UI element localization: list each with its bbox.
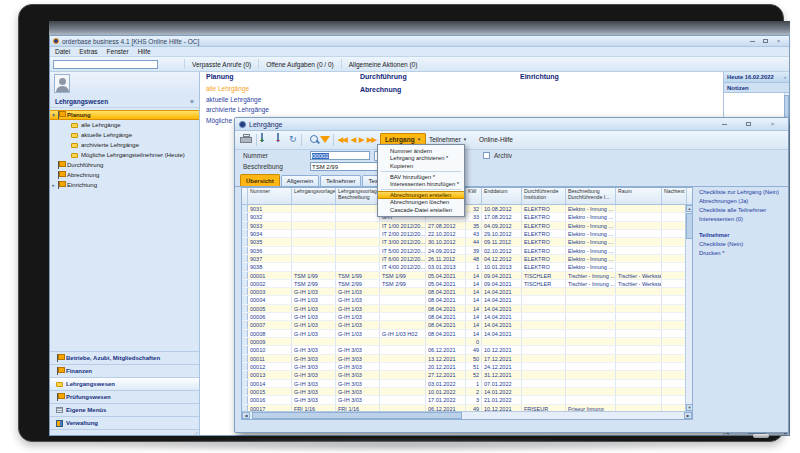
table-cell[interactable] [566,330,616,337]
table-cell[interactable]: 14 [466,313,482,320]
table-cell[interactable]: 07.01.2022 [482,380,522,387]
table-cell[interactable]: 26.11.2012 [426,255,466,262]
table-cell[interactable]: TSM 1/99 [380,272,426,279]
table-cell[interactable] [522,330,566,337]
table-cell[interactable] [522,288,566,295]
table-cell[interactable] [662,272,685,279]
section-title[interactable]: Durchführung [360,73,407,85]
table-cell[interactable]: 48 [466,255,482,262]
table-cell[interactable]: 49 [466,346,482,353]
table-row[interactable]: 00006G-IH 1/03G-IH 1/0308.04.20211414.04… [242,313,685,321]
table-row[interactable]: 00012G-IH 3/03G-IH 3/0320.12.20215124.12… [242,363,685,371]
table-cell[interactable]: ELEKTRO [522,222,566,229]
today-header[interactable]: Heute 16.02.2022 › [724,72,789,83]
table-cell[interactable] [662,396,685,403]
next-record-icon[interactable]: ▶ [359,136,363,144]
table-cell[interactable]: Tischler - Werkstatt [616,280,662,287]
table-cell[interactable]: G-IH 1/03 [336,330,380,337]
table-cell[interactable] [336,222,380,229]
avatar[interactable] [54,74,70,93]
table-cell[interactable]: Elektro - Innung ... [566,247,616,254]
table-cell[interactable]: G-IH 1/03 [292,330,336,337]
table-cell[interactable]: ELEKTRO [522,255,566,262]
table-cell[interactable]: 05.04.2021 [426,280,466,287]
table-cell[interactable] [380,396,426,403]
table-cell[interactable] [616,255,662,262]
table-cell[interactable] [566,313,616,320]
table-cell[interactable] [566,338,616,345]
table-cell[interactable] [292,205,336,212]
table-cell[interactable]: 14 [466,288,482,295]
table-cell[interactable] [380,288,426,295]
table-row[interactable]: 00014G-IH 3/03G-IH 3/0303.01.2022107.01.… [242,380,685,388]
table-cell[interactable]: 14 [466,305,482,312]
table-cell[interactable]: 09.04.2021 [482,280,522,287]
table-cell[interactable]: 03.01.2013 [426,263,466,270]
table-cell[interactable]: 3 [466,396,482,403]
table-cell[interactable]: ELEKTRO [522,263,566,270]
table-cell[interactable]: 9035 [248,238,292,245]
table-cell[interactable] [380,305,426,312]
chevron-right-icon[interactable]: › [784,74,786,80]
delete-record-icon[interactable]: − [277,133,279,142]
table-cell[interactable] [566,346,616,353]
table-cell[interactable]: 33 [466,213,482,220]
tree-item[interactable]: ▾Planung [50,110,199,120]
table-cell[interactable]: Elektro - Innung ... [566,230,616,237]
table-cell[interactable] [662,388,685,395]
table-cell[interactable]: Elektro - Innung ... [566,222,616,229]
scroll-right-icon[interactable]: ▶ [684,412,692,419]
table-cell[interactable] [292,255,336,262]
table-cell[interactable] [662,355,685,362]
table-cell[interactable] [616,305,662,312]
table-vertical-scrollbar[interactable]: ▲ ▼ [685,205,692,411]
tab-teilnehmer[interactable]: Teilnehmer [320,175,361,186]
table-cell[interactable] [616,205,662,212]
table-cell[interactable] [566,388,616,395]
table-cell[interactable]: 05.04.2021 [426,272,466,279]
table-cell[interactable] [662,247,685,254]
table-cell[interactable] [336,213,380,220]
table-cell[interactable] [522,388,566,395]
table-cell[interactable]: 10.12.2021 [482,346,522,353]
scroll-thumb[interactable] [686,213,693,239]
table-cell[interactable]: 44 [466,238,482,245]
table-cell[interactable]: 39 [466,247,482,254]
toolbar-status-item[interactable]: Verpasste Anrufe (0) [184,59,258,69]
menu-item-datei[interactable]: Datei [55,48,70,55]
table-row[interactable]: 00001TSM 1/99TSM 1/99TSM 1/9905.04.20211… [242,272,685,280]
table-cell[interactable] [616,388,662,395]
table-cell[interactable]: G-IH 1/03 [336,305,380,312]
table-cell[interactable]: 27.12.2021 [426,371,466,378]
dropdown-menu-item[interactable]: Lehrgang archivieren * [378,155,464,163]
table-cell[interactable] [616,396,662,403]
dropdown-menu-item[interactable]: Cascade-Datei erstellen [378,206,464,214]
sidebar-nav-item[interactable]: Verwaltung [50,416,199,429]
content-link[interactable]: alle Lehrgänge [206,85,318,96]
table-cell[interactable] [662,222,685,229]
table-cell[interactable] [616,222,662,229]
table-cell[interactable] [522,313,566,320]
scroll-left-icon[interactable]: ◀ [242,412,250,419]
table-cell[interactable]: 00011 [248,355,292,362]
table-cell[interactable]: 08.04.2021 [426,313,466,320]
table-cell[interactable]: IT 3/00 2012/20... [380,238,426,245]
column-header[interactable]: Lehrgangsvorlage [292,188,336,204]
table-cell[interactable]: 43 [466,230,482,237]
sidebar-nav-item[interactable]: Finanzen [50,364,199,377]
dropdown-menu-item[interactable]: Nummer ändern [378,147,464,155]
section-title[interactable]: Einrichtung [520,73,559,85]
sidebar-nav-item[interactable]: Betriebe, Azubi, Mitgliedschaften [50,351,199,364]
dialog-menu-online-hilfe[interactable]: Online-Hilfe [475,133,517,146]
maximize-icon[interactable] [762,38,769,44]
table-cell[interactable] [662,213,685,220]
table-cell[interactable] [616,263,662,270]
table-cell[interactable]: 00006 [248,313,292,320]
table-cell[interactable]: Elektro - Innung ... [566,238,616,245]
table-cell[interactable]: 9034 [248,230,292,237]
table-cell[interactable] [336,205,380,212]
table-cell[interactable] [662,371,685,378]
scroll-up-icon[interactable]: ▲ [686,205,693,212]
table-cell[interactable] [380,296,426,303]
table-cell[interactable]: 50 [466,355,482,362]
